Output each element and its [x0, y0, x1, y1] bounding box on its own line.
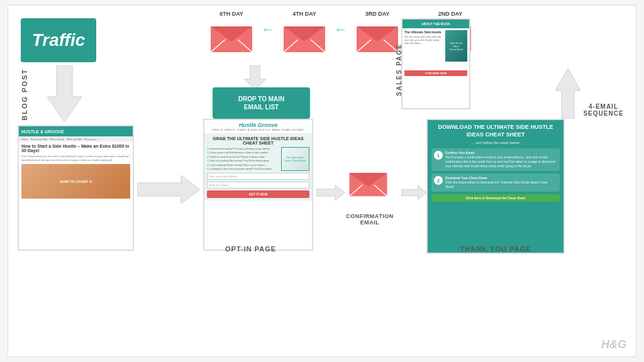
confirmation-to-thankyou-arrow	[401, 185, 426, 203]
envelope-4th-day: 4TH DAY	[282, 11, 326, 53]
svg-marker-20	[316, 185, 345, 200]
sales-page-screenshot: ABOUT THE BOOK Side Hustle IdeasCheat Sh…	[401, 18, 470, 109]
optin-page-label: OPT-IN PAGE	[225, 245, 276, 253]
sales-purchase-btn[interactable]: PURCHASE NOW	[404, 70, 467, 76]
logo-watermark: H&G	[601, 338, 626, 351]
day-label-3rd: 3RD DAY	[365, 11, 390, 17]
envelope-6th-day: 6TH DAY	[209, 11, 253, 53]
ty-download-btn[interactable]: Click Here to Download the Cheat Sheet	[431, 194, 560, 202]
thankyou-page-screenshot: DOWNLOAD THE ULTIMATE SIDE HUSTLE IDEAS …	[426, 119, 565, 254]
optin-page-screenshot: Hustle Groove FREE & SIMPLE. START A SID…	[203, 119, 313, 251]
envelope-3rd-day: 3RD DAY	[355, 11, 399, 53]
drop-to-email-list-box: DROP TO MAINEMAIL LIST	[213, 87, 310, 119]
confirmation-email-label: CONFIRMATION EMAIL	[341, 213, 398, 226]
blog-post-screenshot: HUSTLE & GROOVE Home Start Your Side Wri…	[18, 125, 134, 251]
day-label-6th: 6TH DAY	[219, 11, 243, 17]
optin-tagline: FREE & SIMPLE. START A SIDE HUSTLE. MAKE…	[206, 128, 310, 131]
main-container: Traffic BLOG POST HUSTLE & GROOVE Home S…	[8, 5, 636, 357]
svg-marker-1	[137, 175, 200, 204]
optin-email-input[interactable]: Enter your email address	[207, 173, 309, 180]
blog-post-label: BLOG POST	[21, 69, 28, 121]
thankyou-page-label: THANK YOU PAGE	[455, 245, 536, 253]
day-label-2nd: 2ND DAY	[438, 11, 463, 17]
ty-step-2-text: Download Your Cheat Sheet Click the butt…	[445, 176, 557, 189]
traffic-box: Traffic	[21, 18, 96, 62]
day-label-4th: 4TH DAY	[292, 11, 316, 17]
ty-step-1-text: Confirm Your Email You'll receive a conf…	[445, 151, 557, 168]
arrow-4th-to-3rd: ←	[334, 21, 348, 38]
ty-subtitle: ... just follow the steps below	[431, 141, 560, 145]
blog-body-text: I don't know about you, but when I was l…	[21, 155, 130, 162]
blog-title: How to Start a Side Hustle – Make an Ext…	[21, 144, 130, 153]
confirmation-email-envelope	[348, 166, 389, 200]
ty-title: DOWNLOAD THE ULTIMATE SIDE HUSTLE IDEAS …	[431, 124, 560, 138]
svg-marker-0	[47, 65, 82, 122]
optin-name-input[interactable]: Enter Your Name	[207, 182, 309, 189]
drop-email-label: DROP TO MAINEMAIL LIST	[238, 95, 285, 111]
blog-to-optin-arrow	[137, 175, 200, 206]
ty-step-1-num: 1	[434, 151, 443, 160]
arrow-6th-to-4th: ←	[261, 21, 275, 38]
blog-image: HOW TO START A	[21, 164, 130, 199]
sales-book-image: Side Hustle IdeasCheat Sheet	[445, 30, 467, 62]
optin-submit-btn[interactable]: GET IT NOW	[207, 190, 309, 198]
traffic-label: Traffic	[32, 30, 86, 50]
optin-title: GRAB THE ULTIMATE SIDE HUSTLE IDEAS CHEA…	[207, 136, 309, 145]
svg-marker-25	[401, 185, 426, 199]
optin-to-confirmation-arrow	[316, 185, 345, 203]
ty-step-1: 1 Confirm Your Email You'll receive a co…	[431, 148, 560, 171]
optin-checklist: Interested in writing? Find your all ide…	[207, 147, 279, 171]
svg-marker-18	[244, 65, 266, 89]
optin-logo: Hustle Groove	[206, 122, 310, 128]
optin-book-thumb: The Side Hustle Ideas Cheat Sheet	[281, 147, 309, 171]
ty-step-2-num: 2	[434, 176, 443, 185]
ty-step-2: 2 Download Your Cheat Sheet Click the bu…	[431, 173, 560, 192]
four-email-sequence-label: 4-EMAIL SEQUENCE	[571, 103, 636, 117]
